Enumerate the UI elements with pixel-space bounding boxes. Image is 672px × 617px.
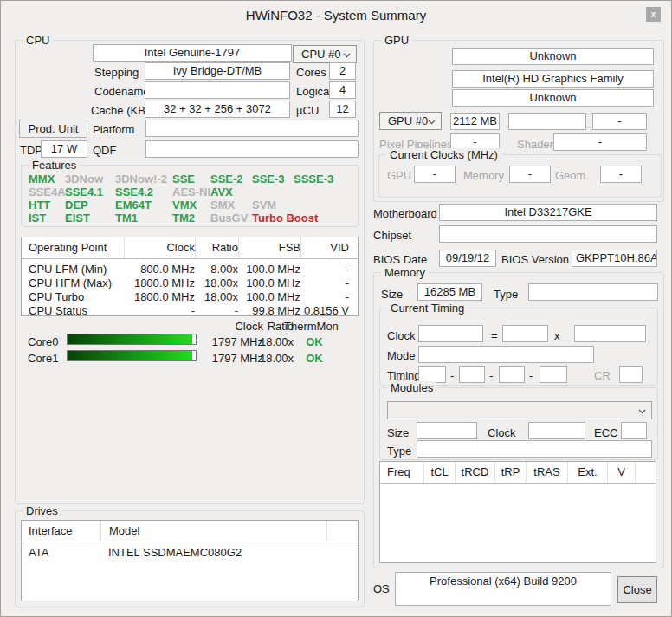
chevron-down-icon	[428, 120, 436, 125]
cores-label: Cores	[296, 66, 326, 79]
core-ratio-value: 18.00x	[255, 335, 294, 348]
platform-label: Platform	[93, 123, 134, 136]
platform-field	[145, 120, 359, 137]
motherboard-field: Intel D33217GKE	[439, 204, 657, 221]
cr-field	[619, 366, 643, 383]
feature-flag: TM1	[115, 211, 172, 224]
core-clock-bar	[67, 334, 197, 345]
dash-separator: -	[489, 369, 493, 382]
op-cell: 100.0 MHz	[238, 276, 300, 289]
gpu-selector-dropdown[interactable]: GPU #0	[379, 112, 442, 130]
gpu-clock-label: GPU	[387, 169, 411, 182]
ucu-field: 12	[329, 101, 356, 118]
feature-flag: SSE4.2	[115, 185, 172, 198]
op-cell: -	[195, 303, 238, 317]
gpu-adapter2-field: Unknown	[452, 89, 654, 107]
module-clock-label: Clock	[488, 426, 516, 439]
current-clocks-group: Current Clocks (MHz) GPU - Memory - Geom…	[378, 154, 662, 198]
drives-group-label: Drives	[23, 504, 61, 517]
drives-header	[326, 521, 358, 542]
tdp-label: TDP	[20, 144, 42, 157]
op-cell: 100.0 MHz	[238, 289, 300, 303]
module-size-field	[417, 422, 477, 439]
cache-label: Cache (KB)	[91, 104, 149, 117]
drives-header: Interface	[22, 521, 100, 542]
timing-clock2-field	[502, 325, 548, 342]
core-label: Core1	[28, 352, 58, 365]
drive-model: INTEL SSDMAEMC080G2	[100, 542, 326, 562]
op-cell: CPU Status	[22, 303, 124, 317]
op-cell: 100.0 MHz	[238, 262, 300, 276]
gpu-group-label: GPU	[381, 34, 412, 47]
chipset-field	[439, 225, 657, 243]
gpu-memory-size-field: 2112 MB	[450, 113, 500, 130]
drives-header: Model	[100, 521, 326, 542]
modules-group-label: Modules	[387, 381, 436, 394]
module-ecc-label: ECC	[594, 426, 617, 439]
table-row: ATA INTEL SSDMAEMC080G2	[22, 542, 358, 562]
feature-flag: SSE	[172, 172, 210, 185]
geom-clock-field: -	[600, 166, 642, 183]
feature-flag: SSE-2	[210, 172, 252, 185]
op-cell: 1800.0 MHz	[124, 276, 195, 289]
cores-therm-header: ThermMon	[284, 320, 338, 333]
op-cell: CPU HFM (Max)	[22, 276, 124, 289]
drives-table: Interface Model ATA INTEL SSDMAEMC080G2	[21, 520, 359, 601]
mem-header	[635, 462, 656, 483]
timing-label: Timing	[387, 369, 421, 382]
op-header: VID	[300, 237, 358, 258]
cache-field: 32 + 32 + 256 + 3072	[145, 101, 290, 118]
gpu-adapter-field: Unknown	[452, 48, 654, 65]
cpu-selector-dropdown[interactable]: CPU #0	[293, 45, 357, 63]
operating-point-table: Operating Point Clock Ratio FSB VID CPU …	[21, 237, 359, 316]
stepping-label: Stepping	[94, 66, 139, 79]
feature-flag: SSE-3	[252, 172, 294, 185]
op-cell: 99.8 MHz	[238, 303, 300, 317]
mem-header: tRP	[494, 462, 526, 483]
core-label: Core0	[28, 335, 58, 348]
core-therm-status: OK	[297, 335, 332, 348]
mem-header: tRCD	[455, 462, 494, 483]
bios-version-label: BIOS Version	[501, 253, 569, 266]
feature-flag: HTT	[29, 198, 65, 211]
geom-clock-label: Geom.	[555, 169, 589, 182]
timing-t3-field	[499, 366, 525, 383]
os-label: OS	[373, 582, 390, 595]
module-clock-field	[528, 422, 585, 439]
bios-date-label: BIOS Date	[373, 253, 427, 266]
table-row: CPU Turbo 1800.0 MHz 18.00x 100.0 MHz -	[22, 289, 358, 303]
features-group-label: Features	[29, 159, 80, 172]
op-cell: CPU Turbo	[22, 289, 124, 303]
feature-flag: EIST	[65, 211, 115, 224]
op-header: Operating Point	[22, 237, 124, 258]
op-cell: CPU LFM (Min)	[22, 262, 124, 276]
tdp-field: 17 W	[41, 140, 87, 158]
current-timing-group: Current Timing Clock = x Mode Timing - -…	[379, 308, 658, 386]
gpu-family-field: Intel(R) HD Graphics Family	[452, 70, 654, 88]
bios-version-field: GKPPT10H.86A.0	[572, 250, 657, 267]
op-cell: 18.00x	[195, 276, 238, 289]
timing-clock3-field	[574, 325, 646, 342]
feature-flag: BusGV	[210, 211, 252, 224]
memory-group-label: Memory	[381, 266, 429, 279]
timing-clock-field	[418, 325, 483, 342]
close-button[interactable]: Close	[617, 576, 657, 603]
table-row: CPU HFM (Max) 1800.0 MHz 18.00x 100.0 MH…	[22, 276, 358, 289]
cr-label: CR	[594, 369, 611, 382]
feature-flag: MMX	[29, 172, 65, 185]
logical-field: 4	[329, 81, 356, 99]
module-size-label: Size	[387, 426, 409, 439]
core-therm-status: OK	[297, 352, 332, 365]
feature-flag: TM2	[172, 211, 210, 224]
mode-field	[418, 346, 594, 363]
modules-dropdown[interactable]	[387, 401, 652, 419]
window-close-icon[interactable]: x	[646, 7, 661, 22]
feature-flag: 3DNow!-2	[115, 172, 172, 185]
feature-flag: IST	[29, 211, 65, 224]
memory-size-label: Size	[381, 288, 403, 301]
feature-flag: DEP	[65, 198, 115, 211]
stepping-field: Ivy Bridge-DT/MB	[145, 62, 290, 80]
feature-flag: 3DNow	[65, 172, 115, 185]
chevron-down-icon	[343, 53, 351, 58]
timing-t2-field	[459, 366, 485, 383]
